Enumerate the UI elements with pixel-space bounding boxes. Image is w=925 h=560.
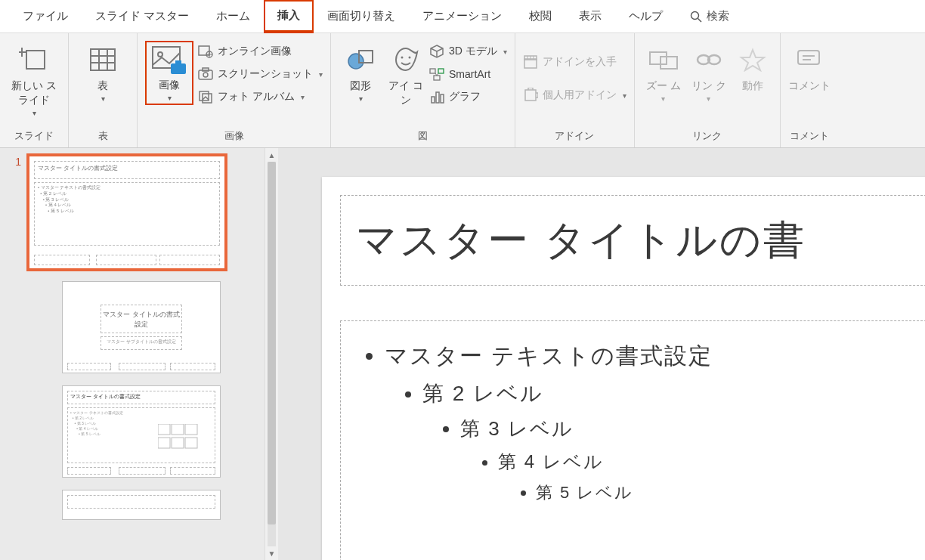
link-label: リン ク (691, 79, 726, 93)
screenshot-button[interactable]: スクリーンショット ▾ (198, 65, 323, 83)
pictures-button[interactable]: 画像 ▾ (145, 41, 193, 105)
group-links: ズー ム ▾ リン ク ▾ 動作 リンク (635, 33, 781, 147)
zoom-button[interactable]: ズー ム ▾ (642, 41, 685, 103)
thumbnail-row: マスター タイトルの書式設定 • マスター テキストの書式設定 • 第 2 レベ… (14, 385, 275, 478)
3d-models-label: 3D モデル (449, 45, 497, 58)
svg-point-19 (203, 73, 208, 77)
search-icon (690, 11, 702, 23)
tab-home[interactable]: ホーム (203, 0, 264, 33)
thumb-footer-ph (159, 255, 220, 265)
tab-insert[interactable]: 挿入 (264, 0, 314, 33)
svg-rect-31 (434, 76, 440, 80)
scroll-down-icon[interactable]: ▼ (265, 546, 278, 560)
icons-button[interactable]: アイ コン (387, 41, 425, 107)
thumbnail-layout[interactable]: マスター タイトルの書式 設定 マスター サブタイトルの書式設定 (62, 281, 221, 373)
tab-animations[interactable]: アニメーション (409, 0, 515, 33)
svg-rect-42 (525, 90, 536, 101)
comment-label: コメント (788, 79, 831, 93)
chart-label: グラフ (449, 90, 481, 104)
online-pictures-label: オンライン画像 (218, 45, 292, 58)
group-slides: 新しい スライド ▾ スライド (0, 33, 69, 147)
zoom-label: ズー ム (646, 79, 681, 93)
cube-icon (429, 44, 444, 59)
slide-thumbnail-panel: 1 マスター タイトルの書式設定 • マスター テキストの書式設定 • 第 2 … (0, 148, 278, 560)
tab-view[interactable]: 表示 (565, 0, 615, 33)
svg-rect-34 (432, 97, 435, 103)
thumbnail-row: マスター タイトルの書式 設定 マスター サブタイトルの書式設定 (14, 281, 275, 373)
body-placeholder[interactable]: マスター テキストの書式設定 第 2 レベル 第 3 レベル 第 4 レベル 第… (340, 320, 925, 560)
svg-point-11 (158, 52, 162, 57)
thumbnail-number: 1 (14, 156, 21, 168)
tab-slide-master[interactable]: スライド マスター (82, 0, 203, 33)
comment-button[interactable]: コメント (788, 41, 831, 93)
thumb-footer-ph (119, 467, 166, 475)
thumb-footer-ph (170, 363, 215, 370)
slide-master-canvas[interactable]: マスター タイトルの書 マスター テキストの書式設定 第 2 レベル 第 3 レ… (322, 177, 925, 560)
thumb-footer-ph (67, 363, 111, 370)
chevron-down-icon: ▾ (101, 94, 105, 103)
chevron-down-icon: ▾ (661, 94, 665, 103)
group-images-label: 画像 (224, 126, 244, 147)
group-tables-label: 表 (98, 126, 108, 147)
table-icon (87, 44, 119, 76)
thumb-subtitle-ph: マスター サブタイトルの書式設定 (101, 336, 182, 350)
body-level2: 第 2 レベル 第 3 レベル 第 4 レベル 第 5 レベル (422, 379, 925, 504)
table-button[interactable]: 表 ▾ (76, 41, 129, 103)
thumbnail-row (14, 490, 275, 520)
table-label: 表 (97, 79, 108, 93)
search-box[interactable]: 検索 (676, 9, 729, 23)
photo-album-icon (198, 89, 213, 104)
new-slide-button[interactable]: 新しい スライド ▾ (8, 41, 60, 117)
thumbnail-scrollbar[interactable]: ▲ ▼ (265, 148, 278, 560)
svg-rect-53 (185, 424, 197, 435)
pictures-label: 画像 (159, 79, 180, 92)
scroll-thumb[interactable] (268, 162, 276, 524)
group-addins-label: アドイン (555, 126, 594, 147)
svg-rect-12 (171, 63, 186, 74)
thumb-title-ph: マスター タイトルの書式設定 (67, 391, 215, 404)
smartart-icon (429, 67, 444, 82)
thumbnail-layout[interactable] (62, 490, 221, 520)
thumbnail-master[interactable]: マスター タイトルの書式設定 • マスター テキストの書式設定 • 第 2 レベ… (29, 156, 225, 269)
svg-rect-29 (430, 69, 435, 73)
smartart-button[interactable]: SmartArt (429, 65, 507, 83)
tab-review[interactable]: 校閲 (515, 0, 565, 33)
tab-help[interactable]: ヘルプ (615, 0, 676, 33)
action-label: 動作 (742, 79, 763, 93)
group-illustrations: 図形 ▾ アイ コン 3D モデル ▾ SmartArt (331, 33, 515, 147)
svg-rect-54 (158, 438, 170, 448)
svg-point-23 (348, 54, 364, 69)
get-addins-button[interactable]: アドインを入手 (523, 53, 626, 71)
chevron-down-icon: ▾ (168, 94, 172, 102)
tab-transitions[interactable]: 画面切り替え (314, 0, 409, 33)
svg-rect-55 (172, 438, 184, 448)
scroll-up-icon[interactable]: ▲ (265, 148, 278, 162)
search-label: 検索 (707, 9, 729, 23)
shapes-button[interactable]: 図形 ▾ (339, 41, 382, 103)
title-placeholder[interactable]: マスター タイトルの書 (340, 195, 925, 286)
my-addins-button[interactable]: 個人用アドイン ▾ (523, 86, 626, 104)
addin-icon (523, 88, 538, 103)
thumbnail-layout[interactable]: マスター タイトルの書式設定 • マスター テキストの書式設定 • 第 2 レベ… (62, 385, 221, 478)
thumb-footer-ph (96, 255, 156, 265)
link-button[interactable]: リン ク ▾ (689, 41, 729, 103)
thumb-footer-ph (170, 467, 215, 475)
chart-button[interactable]: グラフ (429, 88, 507, 106)
my-addins-label: 個人用アドイン (543, 88, 617, 102)
photo-album-button[interactable]: フォト アルバム ▾ (198, 88, 323, 106)
thumb-footer-ph (67, 467, 111, 475)
action-button[interactable]: 動作 (733, 41, 772, 93)
chevron-down-icon: ▾ (707, 94, 710, 103)
icons-icon (390, 44, 422, 76)
slide-editor: マスター タイトルの書 マスター テキストの書式設定 第 2 レベル 第 3 レ… (278, 148, 925, 560)
svg-rect-2 (26, 51, 45, 69)
tab-file[interactable]: ファイル (9, 0, 82, 33)
new-slide-icon (18, 44, 50, 76)
thumb-body-ph: • マスター テキストの書式設定 • 第 2 レベル • 第 3 レベル • 第… (34, 182, 220, 246)
link-icon (693, 44, 725, 76)
3d-models-button[interactable]: 3D モデル ▾ (429, 42, 507, 60)
online-pictures-button[interactable]: オンライン画像 (198, 42, 323, 60)
body-level5: 第 5 レベル (536, 481, 925, 504)
chevron-down-icon: ▾ (319, 70, 323, 79)
workspace: 1 マスター タイトルの書式設定 • マスター テキストの書式設定 • 第 2 … (0, 148, 925, 560)
